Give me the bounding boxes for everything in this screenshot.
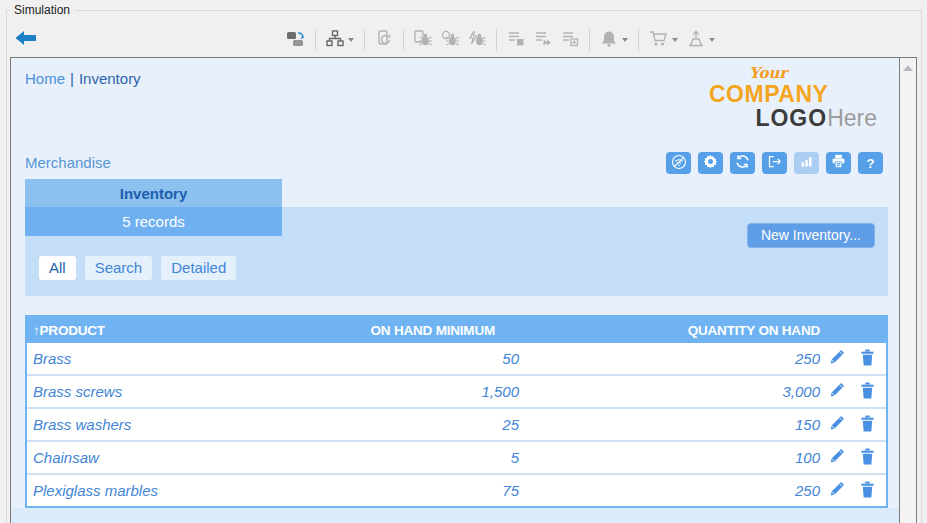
record-count-bar: 5 records bbox=[25, 207, 282, 236]
gear-icon bbox=[703, 154, 718, 172]
settings-button[interactable] bbox=[698, 152, 723, 174]
edit-button[interactable] bbox=[828, 348, 846, 369]
cart-upload-icon bbox=[687, 30, 705, 50]
pencil-icon bbox=[828, 480, 846, 501]
debug-run-button[interactable] bbox=[466, 28, 488, 52]
list-forward-button[interactable] bbox=[532, 28, 554, 52]
sort-ascending-icon: ↑ bbox=[33, 323, 40, 338]
view-tabs: AllSearchDetailed bbox=[39, 256, 236, 280]
mobile-refresh-button[interactable] bbox=[373, 28, 395, 52]
product-cell: Brass bbox=[27, 350, 309, 367]
table-row[interactable]: Brass washers 25 150 bbox=[27, 407, 886, 440]
offline-button[interactable] bbox=[666, 152, 691, 174]
delete-button[interactable] bbox=[860, 382, 875, 402]
tab-all[interactable]: All bbox=[39, 256, 76, 280]
on-hand-minimum-cell: 25 bbox=[309, 416, 535, 433]
edit-button[interactable] bbox=[828, 480, 846, 501]
breadcrumb-home-link[interactable]: Home bbox=[25, 70, 65, 87]
exit-button[interactable] bbox=[762, 152, 787, 174]
table-row[interactable]: Chainsaw 5 100 bbox=[27, 440, 886, 473]
scroll-up-icon[interactable] bbox=[903, 65, 913, 71]
section-row: Merchandise bbox=[11, 152, 899, 179]
delete-button[interactable] bbox=[860, 415, 875, 435]
on-hand-minimum-cell: 1,500 bbox=[309, 383, 535, 400]
refresh-icon bbox=[735, 154, 750, 172]
page-action-buttons: P ? bbox=[666, 152, 883, 174]
refresh-button[interactable] bbox=[730, 152, 755, 174]
delete-button[interactable] bbox=[860, 481, 875, 501]
printer-icon: P bbox=[831, 154, 846, 172]
simulation-viewport: Home|Inventory Your COMPANY LOGOHere Mer… bbox=[10, 57, 917, 523]
list-add-icon bbox=[561, 30, 579, 50]
breadcrumb-separator: | bbox=[70, 70, 74, 87]
sitemap-icon bbox=[326, 30, 344, 50]
display-switch-button[interactable] bbox=[284, 28, 307, 53]
list-box-button[interactable] bbox=[505, 28, 527, 52]
product-cell: Plexiglass marbles bbox=[27, 482, 309, 499]
list-add-button[interactable] bbox=[559, 28, 581, 52]
column-header-quantity-on-hand[interactable]: QUANTITY ON HAND bbox=[535, 323, 820, 338]
content-background bbox=[11, 508, 899, 523]
cart-button[interactable] bbox=[647, 28, 680, 52]
mobile-refresh-icon bbox=[375, 30, 393, 50]
table-header-row: ↑PRODUCT ON HAND MINIMUM QUANTITY ON HAN… bbox=[27, 317, 886, 343]
cart-upload-button[interactable] bbox=[685, 28, 717, 52]
logo-here-text: Here bbox=[827, 105, 877, 131]
panel-header-band: 5 records New Inventory... AllSearchDeta… bbox=[25, 207, 888, 296]
new-inventory-button[interactable]: New Inventory... bbox=[747, 223, 875, 248]
company-logo: Your COMPANY LOGOHere bbox=[709, 66, 877, 130]
debug-component-button[interactable] bbox=[439, 28, 461, 52]
exit-icon bbox=[767, 154, 782, 172]
logo-company-text: COMPANY bbox=[709, 83, 877, 106]
question-mark-icon: ? bbox=[867, 156, 875, 171]
stats-button[interactable] bbox=[794, 152, 819, 174]
table-row[interactable]: Brass 50 250 bbox=[27, 343, 886, 374]
quantity-on-hand-cell: 250 bbox=[535, 350, 820, 367]
column-header-product[interactable]: ↑PRODUCT bbox=[27, 323, 285, 338]
delete-button[interactable] bbox=[860, 448, 875, 468]
sitemap-dropdown-caret bbox=[348, 38, 354, 42]
print-button[interactable]: P bbox=[826, 152, 851, 174]
pencil-icon bbox=[828, 348, 846, 369]
breadcrumb: Home|Inventory bbox=[25, 70, 141, 87]
display-switch-icon bbox=[286, 30, 305, 51]
page-header: Home|Inventory Your COMPANY LOGOHere bbox=[11, 58, 899, 152]
pencil-icon bbox=[828, 414, 846, 435]
column-header-on-hand-minimum[interactable]: ON HAND MINIMUM bbox=[285, 323, 535, 338]
cart-upload-dropdown-caret bbox=[709, 38, 715, 42]
help-button[interactable]: ? bbox=[858, 152, 883, 174]
table-row[interactable]: Brass screws 1,500 3,000 bbox=[27, 374, 886, 407]
delete-button[interactable] bbox=[860, 349, 875, 369]
edit-button[interactable] bbox=[828, 381, 846, 402]
section-label: Merchandise bbox=[25, 154, 111, 171]
vertical-scrollbar[interactable] bbox=[899, 58, 916, 523]
tab-search[interactable]: Search bbox=[85, 256, 153, 280]
notifications-button[interactable] bbox=[598, 28, 630, 52]
pencil-icon bbox=[828, 381, 846, 402]
panel-title-bar: Inventory bbox=[25, 179, 282, 207]
panel-title: Inventory bbox=[120, 185, 188, 202]
edit-button[interactable] bbox=[828, 447, 846, 468]
bar-chart-icon bbox=[799, 154, 814, 172]
trash-icon bbox=[860, 448, 875, 468]
toolbar-separator bbox=[403, 29, 404, 51]
back-button[interactable] bbox=[15, 29, 37, 47]
trash-icon bbox=[860, 415, 875, 435]
breadcrumb-current: Inventory bbox=[79, 70, 141, 87]
sitemap-button[interactable] bbox=[324, 28, 356, 52]
trash-icon bbox=[860, 382, 875, 402]
logo-your-text: Your bbox=[749, 66, 877, 81]
table-row[interactable]: Plexiglass marbles 75 250 bbox=[27, 473, 886, 506]
edit-button[interactable] bbox=[828, 414, 846, 435]
tab-detailed[interactable]: Detailed bbox=[161, 256, 236, 280]
cart-icon bbox=[649, 30, 668, 50]
simulation-label: Simulation bbox=[10, 3, 74, 17]
row-actions bbox=[820, 447, 886, 468]
quantity-on-hand-cell: 250 bbox=[535, 482, 820, 499]
list-box-icon bbox=[507, 30, 525, 50]
logo-logo-text: LOGO bbox=[755, 105, 827, 131]
table-body: Brass 50 250 bbox=[27, 343, 886, 506]
debug-document-button[interactable] bbox=[412, 28, 434, 52]
spacer bbox=[11, 296, 899, 315]
product-cell: Brass washers bbox=[27, 416, 309, 433]
